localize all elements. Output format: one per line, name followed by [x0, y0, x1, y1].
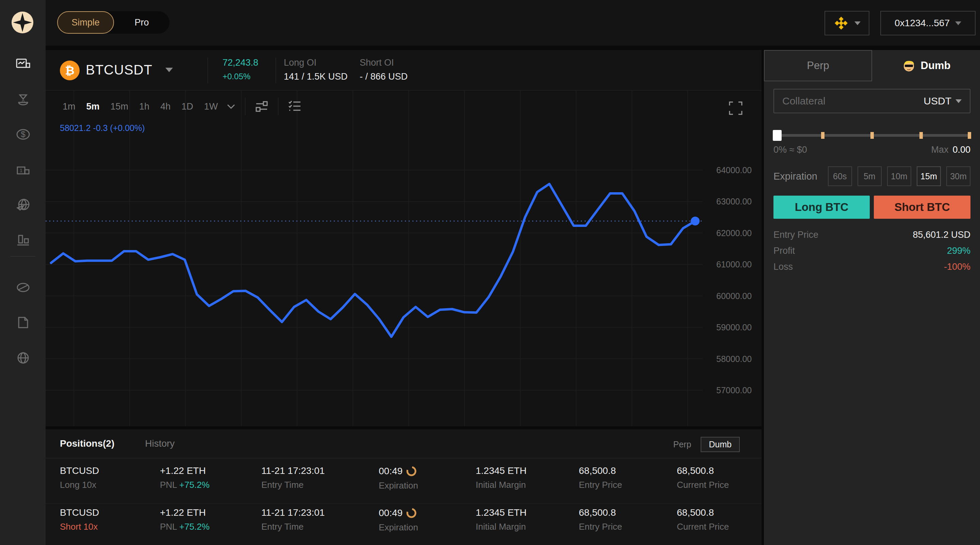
svg-text:61000.00: 61000.00 — [716, 260, 752, 269]
timeframe-1h[interactable]: 1h — [135, 99, 153, 114]
sidebar-item-trade[interactable] — [15, 56, 31, 72]
leaderboard-icon: 1 — [15, 162, 31, 177]
long-btc-button[interactable]: Long BTC — [773, 195, 870, 219]
expiration-10m[interactable]: 10m — [887, 166, 911, 186]
initial-margin-label: Initial Margin — [476, 480, 527, 489]
tab-dumb[interactable]: Dumb — [872, 50, 980, 81]
chevron-down-icon[interactable] — [227, 104, 235, 109]
collateral-input[interactable]: Collateral USDT — [773, 89, 970, 113]
profit-label: Profit — [773, 246, 795, 256]
short-oi-block: Short OI - / 866 USD — [360, 57, 408, 82]
sidebar-item-language[interactable] — [15, 350, 31, 366]
entry-price-value: 85,601.2 USD — [913, 230, 970, 240]
tab-dumb-label: Dumb — [921, 60, 951, 72]
expiration-15m[interactable]: 15m — [917, 166, 941, 186]
tab-perp[interactable]: Perp — [764, 50, 872, 81]
fullscreen-icon[interactable] — [727, 100, 744, 116]
disc-icon — [15, 280, 31, 295]
mode-simple-button[interactable]: Simple — [57, 11, 114, 34]
position-side: Short 10x — [60, 522, 99, 531]
sidebar-item-earn[interactable]: A — [15, 91, 31, 106]
short-oi-value: - / 866 USD — [360, 71, 408, 82]
expiration-row: Expiration 60s 5m 10m 15m 30m — [773, 166, 970, 186]
sidebar-item-leaderboard[interactable]: 1 — [15, 162, 31, 177]
chevron-down-icon[interactable] — [165, 68, 173, 72]
entry-price-label: Entry Price — [579, 480, 622, 489]
svg-text:58000.00: 58000.00 — [716, 354, 752, 364]
filter-dumb[interactable]: Dumb — [701, 437, 740, 452]
max-label: Max — [931, 145, 948, 155]
sidebar-item-referral[interactable] — [15, 197, 31, 213]
pnl-label: PNL — [160, 480, 177, 490]
indicator-settings-icon[interactable] — [253, 98, 270, 115]
mode-pro-button[interactable]: Pro — [114, 11, 169, 34]
wallet-address-button[interactable]: 0x1234...567 — [880, 11, 975, 35]
slider-tick-100[interactable] — [968, 132, 971, 139]
slider-tick-25[interactable] — [821, 132, 824, 139]
price-block: 72,243.8 +0.05% — [223, 57, 258, 82]
position-size: +1.22 ETH — [160, 508, 210, 518]
collateral-currency-dropdown[interactable]: USDT — [924, 95, 962, 107]
svg-text:1: 1 — [20, 168, 22, 173]
sidebar-item-token[interactable] — [15, 280, 31, 295]
short-btc-button[interactable]: Short BTC — [874, 195, 970, 219]
timeframe-1D[interactable]: 1D — [177, 99, 197, 114]
svg-text:62000.00: 62000.00 — [716, 228, 752, 238]
chevron-down-icon — [854, 21, 861, 25]
tab-positions[interactable]: Positions(2) — [60, 438, 115, 449]
header-divider — [275, 57, 276, 83]
timeframe-1W[interactable]: 1W — [200, 99, 222, 114]
collateral-placeholder: Collateral — [782, 95, 924, 107]
chart-section: 57000.0058000.0059000.0060000.0061000.00… — [46, 91, 762, 426]
app-root: Simple Pro 0x1234...567 — [0, 0, 980, 545]
globe-send-icon — [15, 197, 31, 213]
max-value: 0.00 — [953, 145, 970, 155]
entry-price-value: 68,500.8 — [579, 508, 622, 518]
countdown-ring-icon — [406, 508, 417, 518]
svg-text:$: $ — [21, 130, 25, 139]
expiration-30m[interactable]: 30m — [946, 166, 970, 186]
tabs-separator — [46, 458, 762, 458]
expiration-5m[interactable]: 5m — [858, 166, 882, 186]
entry-price-label: Entry Price — [773, 230, 818, 240]
sidebar-item-docs[interactable] — [15, 315, 31, 330]
position-row-short: BTCUSDShort 10x +1.22 ETH PNL +75.2% 11-… — [46, 508, 762, 540]
entry-time-value: 11-21 17:23:01 — [261, 508, 325, 518]
btc-icon: ₿ — [60, 60, 80, 80]
slider-tick-50[interactable] — [870, 132, 874, 139]
tab-history[interactable]: History — [145, 438, 175, 449]
slider-tick-75[interactable] — [920, 132, 923, 139]
sidebar-item-stats[interactable] — [15, 232, 31, 248]
short-oi-label: Short OI — [360, 57, 408, 68]
current-price-label: Current Price — [677, 480, 729, 489]
mode-toggle: Simple Pro — [57, 11, 169, 34]
current-price-label: Current Price — [677, 522, 729, 531]
svg-text:64000.00: 64000.00 — [716, 165, 752, 175]
positions-panel: Positions(2) History Perp Dumb BTCUSDLon… — [46, 429, 762, 545]
size-slider[interactable] — [773, 134, 970, 137]
loss-value: -100% — [944, 262, 970, 272]
pnl-value: +75.2% — [179, 480, 210, 490]
slider-thumb[interactable] — [773, 130, 782, 141]
countdown-ring-icon — [406, 466, 417, 477]
price-chart[interactable]: 57000.0058000.0059000.0060000.0061000.00… — [46, 91, 762, 426]
chevron-down-icon — [955, 21, 961, 25]
timeframe-5m[interactable]: 5m — [82, 99, 104, 114]
sidebar-item-assets[interactable]: $ — [15, 127, 31, 142]
app-logo[interactable] — [11, 11, 34, 34]
chain-selector[interactable] — [824, 11, 869, 35]
row-separator — [46, 504, 762, 504]
filter-perp[interactable]: Perp — [673, 440, 692, 450]
timeframe-4h[interactable]: 4h — [156, 99, 175, 114]
current-price-value: 68,500.8 — [677, 508, 729, 518]
price-change: +0.05% — [223, 71, 258, 82]
long-oi-value: 141 / 1.5K USD — [284, 71, 348, 82]
balance-scale-icon: A — [15, 91, 31, 106]
timeframe-15m[interactable]: 15m — [107, 99, 133, 114]
document-icon — [15, 315, 31, 330]
timeframe-1m[interactable]: 1m — [59, 99, 80, 114]
symbol-selector[interactable]: BTCUSDT — [86, 62, 153, 78]
sidebar: A $ 1 — [0, 0, 46, 545]
expiration-60s[interactable]: 60s — [828, 166, 852, 186]
checklist-icon[interactable] — [286, 98, 304, 115]
